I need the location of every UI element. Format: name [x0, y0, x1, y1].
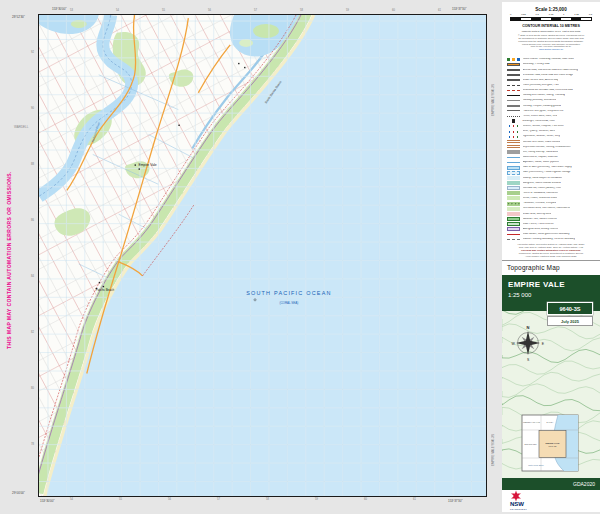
legend-label: National Park; Nature Reserve	[523, 218, 558, 221]
ocean-label: SOUTH PACIFIC OCEAN	[246, 290, 331, 296]
scale-bar-numbers: 00.250.50.7511.251.5	[510, 13, 592, 16]
coord-top-left-lat: 28°52'30"	[12, 16, 25, 19]
disclaimer-link: www.spatial.nsw.gov.au	[508, 48, 594, 51]
legend-swatch-tidal	[507, 186, 520, 190]
grid-number: 53	[70, 10, 73, 13]
grid-number: 61	[413, 499, 416, 502]
grid-number: 80	[31, 388, 34, 391]
legend-swatch-mangrove	[507, 181, 520, 185]
legend-swatch-road-orange	[507, 63, 520, 66]
legend-swatch-road-yellow	[507, 74, 520, 76]
sheet-code-badge: 9640-3S	[547, 302, 593, 315]
legend-swatch-road-orange2	[507, 69, 520, 71]
legend-label: Urban service lane; Access way	[523, 79, 559, 82]
grid-number: 59	[315, 499, 318, 502]
legend-swatch-military	[507, 227, 520, 231]
legend-label: Distributor road; Local road with traffi…	[523, 74, 574, 77]
grid-number: 84	[31, 276, 34, 279]
legend-label: Railway (disused); dismantled	[523, 99, 557, 102]
scale-bar	[510, 17, 592, 21]
legend-swatch-cliff	[507, 150, 520, 154]
legend-swatch-urban	[507, 212, 520, 216]
legend-label: Depression contour; Cutting; Embankment	[523, 146, 571, 149]
svg-text:N: N	[527, 325, 530, 330]
scale-number: 0.25	[521, 13, 526, 16]
legend-label: Forest or Woodland; Rainforest	[523, 192, 558, 195]
legend-label: State border; Local government boundary	[523, 233, 570, 236]
legend-label: Scrub; Heath; Scattered timber	[523, 197, 558, 200]
legend-label: State Forest; Flora Reserve	[523, 223, 554, 226]
legend-label: Suburb / Locality boundary; Reserve boun…	[523, 238, 576, 241]
scale-segment	[541, 18, 551, 20]
scale-segment	[521, 18, 531, 20]
contour-interval-note: CONTOUR INTERVAL 10 METRES	[502, 24, 600, 28]
grid-number: 61	[438, 10, 441, 13]
estuary-island-small	[239, 39, 253, 47]
logo-sub-text: GOVERNMENT	[510, 508, 527, 510]
grid-number: 54	[70, 499, 73, 502]
legend-label: Powerline with pylon; Telephone line	[523, 110, 564, 113]
map-canvas: SOUTH PACIFIC OCEAN (CORAL SEA) South Ba…	[38, 14, 487, 497]
copyright-disclaimer: © State of New South Wales (Spatial Serv…	[508, 34, 594, 55]
legend-label: Route marker: motorway, national, state …	[523, 58, 574, 61]
grid-number: 55	[119, 499, 122, 502]
automation-warning-text: THIS MAP MAY CONTAIN AUTOMATION ERRORS O…	[6, 110, 16, 410]
legend-swatch-swamp	[507, 176, 520, 180]
legend-swatch-building	[512, 119, 516, 123]
nsw-government-logo: NSW GOVERNMENT	[502, 490, 600, 512]
legend-swatch-stream	[507, 157, 520, 158]
legend-label: Aboriginal area; Military reserve	[523, 228, 559, 231]
index-ne-label: BALLINA	[547, 421, 555, 423]
legend-label: Fence; Levee bank; Gate; Grid	[523, 115, 558, 118]
scale-number: 1.25	[574, 13, 579, 16]
edition-date-badge: July 2025	[547, 316, 593, 326]
legend-label: Church; School; Hospital; Post office	[523, 125, 564, 128]
map-type-title: Topographic Map	[507, 264, 600, 271]
legend-swatch-plantation	[507, 202, 520, 206]
legend-label: Aqueduct; Canal; Water pipeline	[523, 161, 559, 164]
legend-swatch-stream	[507, 162, 520, 163]
legend-swatch-forest	[507, 191, 520, 195]
legend-swatch-rail	[507, 95, 520, 96]
ocean-sub-label: (CORAL SEA)	[279, 301, 298, 305]
legend-swatch-lga	[507, 239, 520, 240]
legend-swatch-contour	[507, 145, 520, 150]
locality-label: Empire Vale	[139, 163, 157, 167]
legend-label: Recreation area; Golf course; Racecourse	[523, 207, 571, 210]
grid-number: 57	[217, 499, 220, 502]
scale-segment	[561, 18, 571, 20]
scale-title: Scale 1:25,000	[502, 7, 600, 12]
grid-number: 86	[31, 220, 34, 223]
logo-org-text: NSW	[510, 501, 524, 507]
coord-bottom-left-lon: 153°30'00"	[40, 500, 55, 503]
legend-label: Dedicated but unmade road; Restricted ro…	[523, 89, 573, 92]
legend-swatch-power	[507, 110, 520, 111]
legend-label: Lake (intermittent); Flood irrigation st…	[523, 171, 571, 174]
coord-bottom-left-lat: 29°00'00"	[12, 492, 25, 495]
index-center-name: EMPIRE VALE	[546, 442, 561, 444]
legend-label: Lighthouse; Beacon; Wharf; Jetty	[523, 135, 561, 138]
legend-swatch-scrub	[507, 196, 520, 200]
legend-label: Railway with station; Siding; Tramway	[523, 94, 566, 97]
grid-number: 56	[168, 499, 171, 502]
legend-swatch-road-gray	[507, 105, 520, 107]
scale-number: 0.75	[549, 13, 554, 16]
legend-swatch-intermittent	[507, 171, 520, 175]
sheet-scale: 1:25 000	[508, 292, 600, 298]
legend-label: Intertidal flat; Rocks (awash); Reef	[523, 187, 562, 190]
scale-segment	[511, 18, 521, 20]
legend-swatch-fence	[507, 116, 520, 117]
legend-label: Runway; Heliport; Landing ground	[523, 105, 562, 108]
marginalia-panel: Scale 1:25,000 00.250.50.7511.251.5 CONT…	[502, 2, 600, 512]
grid-number: 58	[266, 499, 269, 502]
footer-line: Aerial imagery captured 2023. Map compil…	[508, 255, 594, 258]
coord-top-right-lon: 153°37'30"	[452, 8, 467, 11]
estuary-island	[253, 24, 279, 38]
scale-segment	[551, 18, 561, 20]
legend-label: Cliff; Rocky outcrop; Sand dune	[523, 151, 559, 154]
grid-number: 54	[116, 10, 119, 13]
legend-swatch-road-white	[507, 79, 520, 81]
legend-swatch-shields	[507, 58, 520, 61]
index-map: MEERSCHAUM VALE BALLINA BROADWATER EMPIR…	[522, 415, 578, 471]
datum-bar: GDA2020	[502, 478, 600, 490]
